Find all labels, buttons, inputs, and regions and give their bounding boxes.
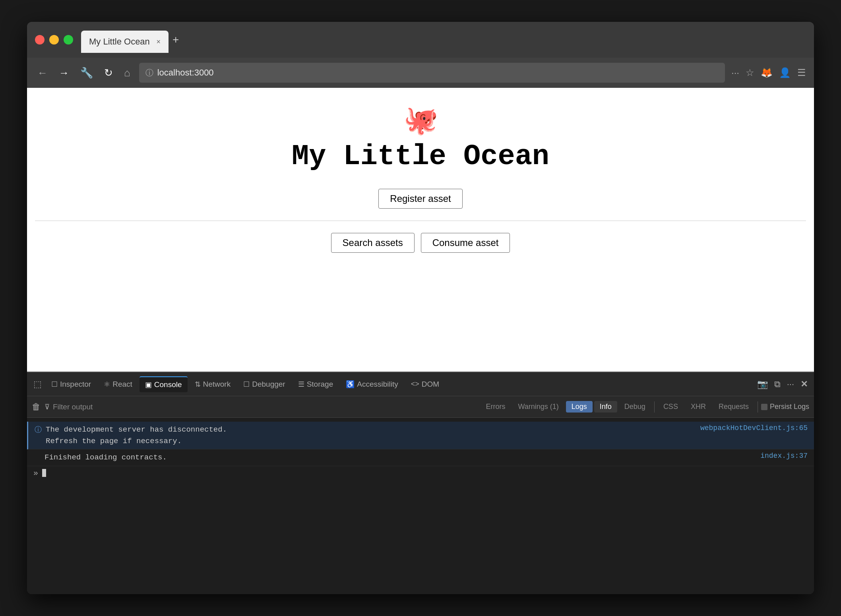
console-msg-source-2[interactable]: index.js:37 (760, 452, 808, 460)
filter-separator-2 (758, 401, 758, 413)
forward-button[interactable]: → (56, 64, 72, 81)
logs-filter-button[interactable]: Logs (566, 401, 593, 413)
filter-separator (654, 401, 655, 413)
nav-bar: ← → 🔧 ↻ ⌂ ⓘ localhost:3000 ··· ☆ 🦊 👤 ☰ (27, 58, 814, 88)
debug-filter-button[interactable]: Debug (619, 401, 651, 413)
devtools-more-button[interactable]: ··· (785, 377, 796, 392)
more-button[interactable]: ··· (731, 67, 739, 78)
errors-filter-button[interactable]: Errors (480, 401, 511, 413)
console-input-area: » (27, 466, 814, 480)
filter-output-area[interactable]: ⊽ Filter output (45, 403, 476, 411)
traffic-lights (35, 35, 73, 45)
responsive-button[interactable]: ⧉ (772, 377, 783, 392)
info-filter-button[interactable]: Info (594, 401, 617, 413)
console-icon: ▣ (145, 380, 152, 389)
fullscreen-traffic-light[interactable] (64, 35, 73, 45)
console-msg-text-1: The development server has disconnected.… (46, 424, 692, 447)
storage-icon: ☰ (298, 380, 304, 389)
page-title: My Little Ocean (292, 140, 549, 173)
tab-close-button[interactable]: × (156, 38, 161, 46)
storage-label: Storage (307, 380, 333, 389)
tab-title: My Little Ocean (89, 37, 152, 47)
tab-console[interactable]: ▣ Console (140, 376, 188, 392)
devtools-panel: ⬚ ☐ Inspector ⚛ React ▣ Console ⇅ Networ… (27, 372, 814, 594)
screenshot-button[interactable]: 📷 (755, 377, 770, 392)
close-traffic-light[interactable] (35, 35, 45, 45)
console-toolbar: 🗑 ⊽ Filter output Errors Warnings (1) Lo… (27, 396, 814, 418)
refresh-button[interactable]: ↻ (102, 64, 115, 81)
console-prompt: » (33, 469, 38, 478)
console-cursor (42, 469, 46, 477)
console-label: Console (154, 380, 182, 389)
webpage-content: 🐙 My Little Ocean Register asset Search … (27, 88, 814, 372)
tab-inspector[interactable]: ☐ Inspector (46, 377, 97, 392)
horizontal-divider (35, 221, 806, 221)
react-label: React (112, 380, 132, 389)
console-msg-source-1[interactable]: webpackHotDevClient.js:65 (700, 424, 808, 432)
browser-window: My Little Ocean × + ← → 🔧 ↻ ⌂ ⓘ localhos… (27, 22, 814, 594)
dom-icon: <> (411, 380, 419, 388)
firefox-icon[interactable]: 🦊 (761, 67, 773, 78)
filter-icon: ⊽ (45, 403, 50, 411)
console-clear-button[interactable]: 🗑 (32, 402, 41, 412)
inspector-icon: ☐ (51, 380, 58, 389)
address-bar[interactable]: ⓘ localhost:3000 (139, 63, 725, 83)
consume-asset-button[interactable]: Consume asset (421, 233, 510, 253)
new-tab-button[interactable]: + (172, 33, 179, 46)
search-assets-button[interactable]: Search assets (331, 233, 415, 253)
devtools-pick-element[interactable]: ⬚ (31, 377, 44, 392)
secure-icon: ⓘ (145, 68, 153, 78)
console-msg-text-2: Finished loading contracts. (33, 452, 752, 463)
action-buttons: Search assets Consume asset (331, 233, 510, 253)
console-message-2: Finished loading contracts. index.js:37 (27, 449, 814, 466)
console-content: ⓘ The development server has disconnecte… (27, 418, 814, 594)
browser-tab[interactable]: My Little Ocean × (81, 31, 169, 53)
tab-network[interactable]: ⇅ Network (189, 377, 236, 392)
persist-logs-label: Persist Logs (770, 403, 809, 411)
filter-placeholder: Filter output (53, 403, 93, 411)
requests-filter-button[interactable]: Requests (713, 401, 754, 413)
register-asset-button[interactable]: Register asset (378, 189, 462, 209)
xhr-filter-button[interactable]: XHR (685, 401, 711, 413)
tab-react[interactable]: ⚛ React (98, 377, 138, 392)
bookmark-button[interactable]: ☆ (746, 67, 754, 78)
title-bar: My Little Ocean × + (27, 22, 814, 58)
devtools-close-button[interactable]: ✕ (798, 377, 810, 392)
dom-label: DOM (422, 380, 439, 389)
network-label: Network (203, 380, 231, 389)
minimize-traffic-light[interactable] (49, 35, 59, 45)
back-button[interactable]: ← (35, 64, 50, 81)
menu-button[interactable]: ☰ (797, 67, 806, 78)
devtools-tabs: ⬚ ☐ Inspector ⚛ React ▣ Console ⇅ Networ… (27, 372, 814, 396)
info-icon: ⓘ (35, 425, 42, 434)
debugger-label: Debugger (252, 380, 285, 389)
console-filters: Errors Warnings (1) Logs Info Debug CSS … (480, 401, 809, 413)
accessibility-label: Accessibility (357, 380, 398, 389)
persist-checkbox[interactable] (761, 404, 767, 410)
debugger-icon: ☐ (243, 380, 250, 389)
accessibility-icon: ♿ (346, 380, 355, 389)
tab-storage[interactable]: ☰ Storage (293, 377, 339, 392)
warnings-filter-button[interactable]: Warnings (1) (512, 401, 564, 413)
tab-accessibility[interactable]: ♿ Accessibility (340, 377, 403, 392)
tools-button[interactable]: 🔧 (78, 64, 95, 81)
inspector-label: Inspector (60, 380, 91, 389)
network-icon: ⇅ (195, 380, 201, 389)
tab-debugger[interactable]: ☐ Debugger (238, 377, 291, 392)
home-button[interactable]: ⌂ (122, 64, 133, 81)
react-icon: ⚛ (104, 380, 110, 389)
account-button[interactable]: 👤 (779, 67, 791, 78)
page-icon: 🐙 (403, 104, 438, 136)
css-filter-button[interactable]: CSS (658, 401, 684, 413)
console-message-1: ⓘ The development server has disconnecte… (27, 422, 814, 449)
persist-logs-option[interactable]: Persist Logs (761, 403, 809, 411)
nav-actions: ··· ☆ 🦊 👤 ☰ (731, 67, 806, 78)
tab-dom[interactable]: <> DOM (405, 377, 445, 392)
divider-section: Register asset Search assets Consume ass… (35, 189, 806, 253)
address-text: localhost:3000 (157, 68, 214, 78)
